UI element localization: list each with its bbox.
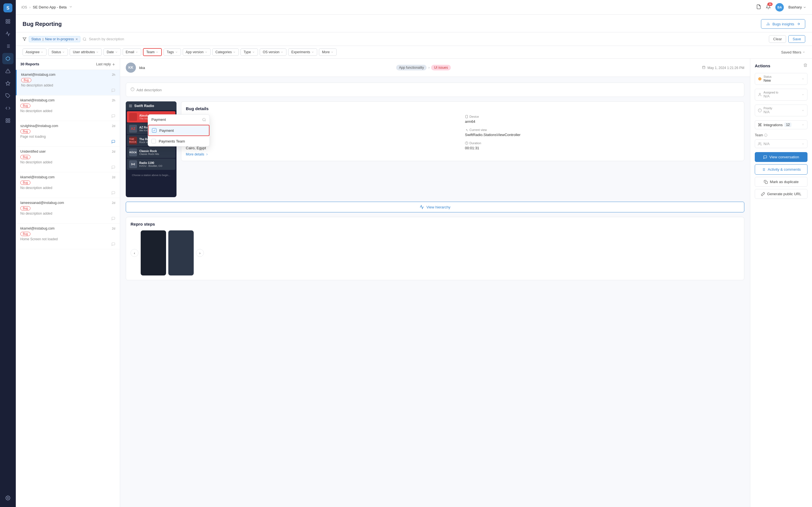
dropdown-item-payments-team[interactable]: Payments Team <box>148 136 209 146</box>
user-name[interactable]: Bashary <box>788 5 806 9</box>
carousel-prev-button[interactable]: ‹ <box>131 249 139 257</box>
priority-icon <box>758 108 762 112</box>
bugs-insights-button[interactable]: Bugs insights <box>761 19 805 29</box>
app-logo[interactable]: S <box>3 3 12 12</box>
hierarchy-icon <box>419 205 424 209</box>
user-avatar[interactable]: BA <box>775 3 784 11</box>
filter-chip-team[interactable]: Team <box>143 48 162 56</box>
chevron-down-icon <box>115 51 118 54</box>
report-badge: Bug <box>21 78 31 82</box>
comment-icon <box>111 191 115 195</box>
add-description[interactable]: Add description <box>131 88 162 92</box>
clear-button[interactable]: Clear <box>769 35 786 43</box>
report-item[interactable]: kkamel@instabug.com 2h Bug No descriptio… <box>16 70 120 96</box>
filter-chips-row: Assignee Status User attributes Date Ema… <box>16 46 812 59</box>
filter-chip-tags[interactable]: Tags <box>163 48 181 56</box>
filter-chip-assignee[interactable]: Assignee <box>22 48 47 56</box>
report-badge: Bug <box>20 104 31 108</box>
report-item[interactable]: kkamel@instabug.com 2d Bug Home Screen n… <box>16 224 120 249</box>
svg-point-47 <box>758 77 762 80</box>
duration-value: 00:01:31 <box>465 146 740 150</box>
detail-panel: KK kka App functionality › UI issues May… <box>120 59 750 507</box>
conversation-icon <box>763 155 767 159</box>
team-dropdown[interactable]: N/A <box>755 139 808 148</box>
app-version-value: 2.0.8 (6) <box>186 119 460 124</box>
team-search-input[interactable] <box>151 117 200 122</box>
comment-icon <box>111 217 115 221</box>
search-input[interactable] <box>89 37 145 41</box>
sidebar-icon-grid[interactable] <box>2 115 13 126</box>
chevron-down-icon <box>802 77 804 80</box>
remove-filter-button[interactable]: × <box>75 37 78 41</box>
team-icon <box>758 142 762 146</box>
sidebar-icon-alert[interactable] <box>2 65 13 76</box>
filter-chip-categories[interactable]: Categories <box>212 48 239 56</box>
detail-user-info: KK kka <box>126 62 145 73</box>
integrations-row[interactable]: Integrations 12 <box>755 120 808 129</box>
filter-chip-type[interactable]: Type <box>241 48 258 56</box>
chevron-right-icon <box>205 153 209 156</box>
assigned-field: Assigned to N/A <box>755 89 808 101</box>
report-item[interactable]: lameessanad@instabug.com 2d Bug No descr… <box>16 198 120 224</box>
radio-icon <box>131 162 135 166</box>
filter-chip-os-version[interactable]: OS version <box>260 48 287 56</box>
filter-chip-experiments[interactable]: Experiments <box>288 48 317 56</box>
report-item[interactable]: kkamel@instabug.com 2d Bug No descriptio… <box>16 172 120 198</box>
duplicate-icon <box>764 180 768 184</box>
priority-dropdown[interactable]: Priority N/A <box>755 105 808 116</box>
mark-duplicate-button[interactable]: Mark as duplicate <box>755 177 808 187</box>
assigned-dropdown[interactable]: Assigned to N/A <box>755 89 808 101</box>
activity-comments-button[interactable]: Activity & comments <box>755 164 808 175</box>
generate-url-button[interactable]: Generate public URL <box>755 189 808 199</box>
view-icon <box>465 128 468 131</box>
filter-chip-more[interactable]: More <box>319 48 337 56</box>
report-time: 2d <box>112 201 115 205</box>
chevron-down-icon <box>233 51 236 54</box>
sort-icon <box>112 62 115 66</box>
doc-button[interactable] <box>756 4 761 10</box>
filter-chip-email[interactable]: Email <box>123 48 141 56</box>
status-dropdown[interactable]: Status New <box>755 73 808 85</box>
mock-footer: Choose a station above to begin... <box>132 174 170 177</box>
delete-button[interactable] <box>803 63 808 68</box>
breadcrumb-chevron: › <box>29 5 31 9</box>
filter-chip-user-attributes[interactable]: User attributes <box>70 48 102 56</box>
filter-chip-date[interactable]: Date <box>103 48 121 56</box>
sidebar-icon-code[interactable] <box>2 103 13 114</box>
page-header: Bug Reporting Bugs insights <box>16 15 812 33</box>
carousel-next-button[interactable]: › <box>196 249 204 257</box>
sidebar-icon-bug[interactable] <box>2 53 13 64</box>
settings-icon[interactable] <box>2 492 13 504</box>
platform-label: iOS <box>21 5 27 9</box>
view-hierarchy-button[interactable]: View hierarchy <box>126 202 744 212</box>
sidebar-icon-list[interactable] <box>2 41 13 52</box>
svg-rect-17 <box>8 119 10 120</box>
reports-panel: 30 Reports Last reply kkamel@instabug.co… <box>16 59 120 507</box>
report-item[interactable]: kkamel@instabug.com 2h Bug No descriptio… <box>16 96 120 121</box>
last-reply-sort[interactable]: Last reply <box>96 62 115 66</box>
saved-filters-button[interactable]: Saved filters <box>781 50 805 54</box>
sidebar-icon-chart[interactable] <box>2 28 13 40</box>
filter-chip-app-version[interactable]: App version <box>183 48 211 56</box>
svg-rect-5 <box>6 22 7 23</box>
save-button[interactable]: Save <box>788 35 805 43</box>
svg-rect-29 <box>702 66 705 69</box>
sidebar-icon-puzzle[interactable] <box>2 90 13 101</box>
detail-username: kka <box>139 66 145 70</box>
filter-chip-status[interactable]: Status <box>48 48 68 56</box>
dropdown-item-payment[interactable]: ✓ Payment <box>148 125 209 136</box>
location-value: Cairo, Egypt <box>186 146 460 150</box>
active-filter-tag[interactable]: Status | New or In-progress × <box>29 36 80 42</box>
report-item[interactable]: szulghina@instabug.com 2d Bug Page not l… <box>16 121 120 147</box>
notification-button[interactable]: 29 <box>766 4 771 10</box>
os-version-value: iOS 17.2 <box>186 133 460 137</box>
sidebar-icon-star[interactable] <box>2 78 13 89</box>
chevron-down-icon <box>205 51 207 54</box>
status-value: New <box>763 78 771 82</box>
report-item[interactable]: Unidentified user 2d Bug No description … <box>16 147 120 172</box>
more-details-link[interactable]: More details <box>186 152 740 156</box>
view-conversation-button[interactable]: View conversation <box>755 152 808 162</box>
comment-icon <box>111 165 115 169</box>
sidebar-icon-home[interactable] <box>2 16 13 27</box>
report-email: Unidentified user <box>20 150 46 154</box>
